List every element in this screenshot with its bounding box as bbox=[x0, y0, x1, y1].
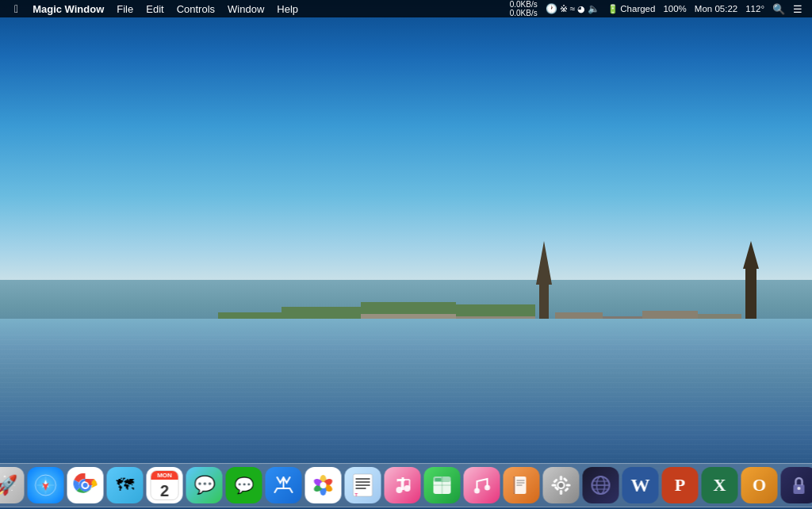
svg-rect-13 bbox=[361, 302, 456, 314]
svg-text:T: T bbox=[355, 492, 358, 497]
dock-photos[interactable] bbox=[305, 467, 342, 503]
datetime: Mon 05:22 bbox=[691, 0, 741, 17]
dock-excel[interactable]: X bbox=[702, 467, 738, 503]
menubar-icons: 🕐 ※ ≈ ◕ 🔈 bbox=[542, 0, 603, 17]
dock-safari[interactable] bbox=[28, 467, 64, 503]
notification-center-icon[interactable]: ☰ bbox=[790, 0, 806, 17]
svg-rect-100 bbox=[553, 478, 557, 483]
dock-ibooks[interactable] bbox=[504, 467, 540, 503]
svg-rect-98 bbox=[552, 484, 557, 487]
time-machine-icon: 🕐 bbox=[546, 3, 557, 14]
dock-chrome[interactable] bbox=[67, 467, 104, 503]
svg-rect-86 bbox=[435, 478, 442, 481]
svg-rect-90 bbox=[514, 476, 515, 494]
svg-point-67 bbox=[320, 482, 327, 488]
volume-icon[interactable]: 🔈 bbox=[588, 3, 599, 14]
menu-edit[interactable]: Edit bbox=[140, 0, 170, 17]
network-up: 0.0KB/s bbox=[510, 0, 538, 9]
desktop:  Magic Window File Edit Controls Window… bbox=[0, 0, 812, 509]
menu-controls[interactable]: Controls bbox=[170, 0, 221, 17]
temperature: 112° bbox=[742, 0, 768, 17]
sky-background bbox=[0, 0, 812, 280]
dock-textedit[interactable]: T bbox=[345, 467, 381, 503]
dock-messages[interactable]: 💬 bbox=[186, 467, 223, 503]
dock-wechat[interactable]: 💬 bbox=[226, 467, 262, 503]
dock-numbers[interactable] bbox=[424, 467, 461, 503]
svg-point-95 bbox=[559, 483, 564, 488]
dock-dark-browser[interactable] bbox=[583, 467, 619, 503]
dock-music[interactable] bbox=[464, 467, 500, 503]
svg-rect-15 bbox=[456, 304, 535, 316]
svg-point-110 bbox=[798, 487, 801, 490]
svg-point-88 bbox=[485, 485, 490, 491]
bluetooth-icon: ※ bbox=[560, 3, 568, 14]
svg-marker-23 bbox=[743, 241, 759, 269]
apple-menu[interactable]:  bbox=[6, 0, 26, 17]
dock-other-app[interactable]: O bbox=[741, 467, 778, 503]
svg-point-59 bbox=[83, 483, 88, 488]
search-icon[interactable]: 🔍 bbox=[769, 0, 788, 17]
menu-help[interactable]: Help bbox=[270, 0, 304, 17]
dock-launchpad[interactable]: 🚀 bbox=[0, 467, 25, 503]
menubar:  Magic Window File Edit Controls Window… bbox=[0, 0, 812, 17]
svg-rect-11 bbox=[282, 307, 361, 319]
menu-file[interactable]: File bbox=[110, 0, 140, 17]
battery-percent: 100% bbox=[660, 0, 689, 17]
dock-calendar[interactable]: MON 2 bbox=[147, 467, 183, 503]
network-down: 0.0KB/s bbox=[510, 9, 538, 17]
dock-itunes[interactable] bbox=[385, 467, 421, 503]
battery-section[interactable]: 🔋 Charged bbox=[604, 0, 658, 17]
menubar-right: 0.0KB/s 0.0KB/s 🕐 ※ ≈ ◕ 🔈 🔋 Charged 100%… bbox=[507, 0, 812, 17]
svg-rect-96 bbox=[560, 476, 562, 480]
dock-security[interactable] bbox=[781, 467, 813, 503]
menubar-left:  Magic Window File Edit Controls Window… bbox=[0, 0, 304, 17]
network-indicator: 0.0KB/s 0.0KB/s bbox=[507, 0, 541, 17]
dock-word[interactable]: W bbox=[622, 467, 659, 503]
svg-point-87 bbox=[474, 488, 480, 494]
svg-rect-97 bbox=[560, 490, 562, 495]
svg-marker-17 bbox=[536, 241, 552, 285]
dock: 🔮 🚀 bbox=[0, 463, 812, 507]
svg-rect-103 bbox=[563, 477, 568, 482]
svg-rect-99 bbox=[566, 484, 571, 487]
dock-system-prefs[interactable] bbox=[543, 467, 580, 503]
battery-icon: 🔋 bbox=[607, 4, 619, 14]
app-name[interactable]: Magic Window bbox=[26, 0, 110, 17]
dock-appstore[interactable] bbox=[266, 467, 302, 503]
wifi-icon: ≈ bbox=[570, 3, 576, 14]
dock-maps[interactable]: 🗺 bbox=[107, 467, 144, 503]
menu-window[interactable]: Window bbox=[221, 0, 270, 17]
airdrop-icon: ◕ bbox=[577, 4, 585, 14]
svg-rect-101 bbox=[564, 487, 569, 492]
water bbox=[0, 319, 812, 465]
battery-status: Charged bbox=[620, 4, 655, 13]
dock-powerpoint[interactable]: P bbox=[662, 467, 699, 503]
